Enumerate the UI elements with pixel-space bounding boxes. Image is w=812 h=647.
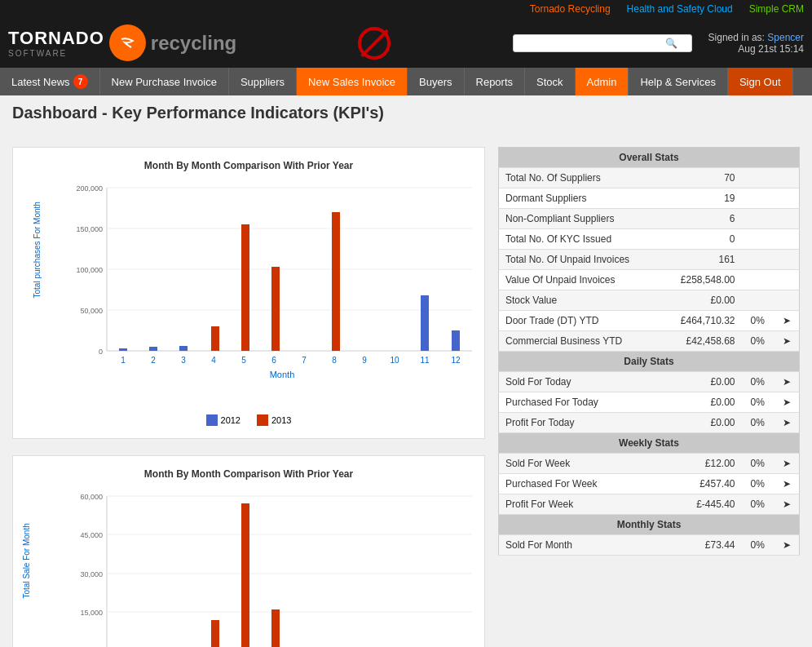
table-row: Sold For Today £0.00 0% ➤ [499,372,800,392]
search-bar[interactable]: 🔍 [513,34,692,52]
stat-arrow-link[interactable]: ➤ [774,392,799,413]
stat-value: £-445.40 [661,494,741,515]
table-row: Non-Compliant Suppliers 6 [499,209,800,229]
chart1-y-label: Total purchases For Month [33,202,42,298]
stat-label: Profit For Today [499,413,662,433]
table-row: Door Trade (DT) YTD £464,710.32 0% ➤ [499,311,800,331]
table-row: Sold For Month £73.44 0% ➤ [499,535,800,556]
nav: Latest News 7 New Purchase Invoice Suppl… [0,68,812,95]
stat-arrow-link[interactable]: ➤ [774,494,799,515]
svg-text:12: 12 [451,356,461,365]
nav-sign-out[interactable]: Sign Out [728,68,793,95]
stat-arrow [774,250,799,270]
stat-value: £457.40 [661,474,741,494]
svg-rect-46 [241,503,249,647]
nav-buyers[interactable]: Buyers [408,68,464,95]
svg-text:150,000: 150,000 [76,225,103,233]
chart1-svg: 200,000 150,000 100,000 50,000 0 [74,179,472,383]
nav-new-sales-invoice[interactable]: New Sales Invoice [297,68,408,95]
stat-label: Sold For Week [499,454,662,474]
legend-2013: 2013 [257,414,291,426]
svg-text:30,000: 30,000 [80,570,103,578]
stat-label: Total No. Of Unpaid Invoices [499,250,662,270]
page-title: Dashboard - Key Performance Indicators (… [0,95,812,135]
svg-text:4: 4 [211,356,216,365]
legend-2013-box [257,414,268,426]
legend-2012-box [206,414,218,426]
legend-2013-label: 2013 [271,415,291,425]
health-safety-link[interactable]: Health and Safety Cloud [627,3,733,15]
svg-rect-19 [271,267,280,351]
chart1-title: Month By Month Comparison With Prior Yea… [25,160,472,171]
stat-value: £0.00 [661,290,741,311]
nav-suppliers[interactable]: Suppliers [229,68,297,95]
stat-arrow-link[interactable]: ➤ [774,413,799,433]
stat-value: £0.00 [661,413,741,433]
search-input[interactable] [519,38,665,49]
username: Spencer [767,32,804,43]
svg-text:3: 3 [181,356,186,365]
simple-crm-link[interactable]: Simple CRM [749,3,804,15]
nav-buyers-label: Buyers [419,76,452,88]
chart2-svg: 60,000 45,000 30,000 15,000 0 1 2 3 [74,488,472,647]
svg-rect-17 [211,326,219,351]
svg-text:6: 6 [271,356,276,365]
signed-in-label: Signed in as: Spencer [708,32,804,43]
nav-stock[interactable]: Stock [525,68,576,95]
monthly-stats-header: Monthly Stats [499,515,800,535]
stat-pct [742,250,774,270]
news-badge: 7 [73,74,88,89]
svg-rect-18 [241,224,249,351]
stat-arrow-link[interactable]: ➤ [774,474,799,494]
svg-rect-12 [119,348,127,351]
svg-text:8: 8 [332,356,337,365]
nav-admin[interactable]: Admin [576,68,629,95]
stat-label: Purchased For Today [499,392,662,413]
stat-arrow-link[interactable]: ➤ [774,535,799,556]
logo-recycling: recycling [151,32,236,55]
nav-reports[interactable]: Reports [465,68,526,95]
stat-value: £73.44 [661,535,741,556]
stat-value: 161 [661,250,741,270]
nav-admin-label: Admin [587,76,617,88]
search-icon[interactable]: 🔍 [665,38,677,49]
svg-text:9: 9 [362,356,367,365]
stat-pct: 0% [742,311,774,331]
stat-pct: 0% [742,331,774,352]
stat-arrow-link[interactable]: ➤ [774,331,799,352]
svg-text:0: 0 [99,348,103,356]
table-row: Purchased For Today £0.00 0% ➤ [499,392,800,413]
nav-reports-label: Reports [476,76,514,88]
nav-help-services[interactable]: Help & Services [629,68,727,95]
table-row: Total No. Of Unpaid Invoices 161 [499,250,800,270]
tornado-recycling-link[interactable]: Tornado Recycling [530,3,611,15]
left-panel: Month By Month Comparison With Prior Yea… [12,147,486,647]
nav-latest-news[interactable]: Latest News 7 [0,68,100,95]
svg-rect-45 [211,620,219,647]
stat-label: Door Trade (DT) YTD [499,311,662,331]
stat-pct: 0% [742,372,774,392]
stat-arrow-link[interactable]: ➤ [774,311,799,331]
daily-stats-label: Daily Stats [499,352,800,372]
stat-arrow-link[interactable]: ➤ [774,372,799,392]
stat-pct: 0% [742,454,774,474]
table-row: Profit For Week £-445.40 0% ➤ [499,494,800,515]
stat-arrow-link[interactable]: ➤ [774,454,799,474]
stat-label: Value Of Unpaid Invoices [499,270,662,290]
table-row: Purchased For Week £457.40 0% ➤ [499,474,800,494]
svg-rect-16 [452,330,460,351]
stat-label: Sold For Month [499,535,662,556]
stat-label: Total No. Of Suppliers [499,168,662,188]
top-bar: Tornado Recycling Health and Safety Clou… [0,0,812,18]
stat-pct: 0% [742,413,774,433]
legend-2012-label: 2012 [221,415,241,425]
stat-pct: 0% [742,494,774,515]
monthly-stats-label: Monthly Stats [499,515,800,535]
stat-arrow [774,290,799,311]
chart2-container: Month By Month Comparison With Prior Yea… [12,455,485,647]
nav-new-purchase-invoice[interactable]: New Purchase Invoice [100,68,229,95]
weekly-stats-label: Weekly Stats [499,433,800,454]
stats-table: Overall Stats Total No. Of Suppliers 70 … [498,147,800,556]
stat-arrow [774,168,799,188]
svg-text:7: 7 [302,356,307,365]
